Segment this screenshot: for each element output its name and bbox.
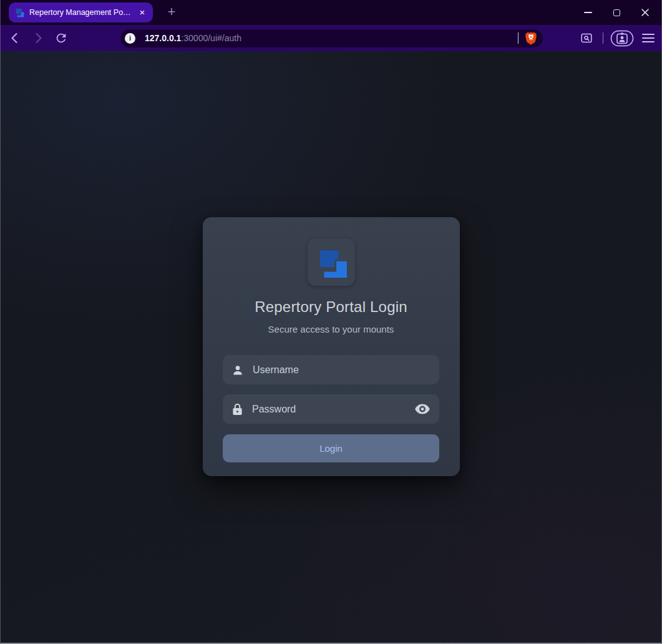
window-close-icon[interactable] bbox=[636, 3, 655, 22]
login-card: Repertory Portal Login Secure access to … bbox=[203, 217, 460, 476]
login-form: Login bbox=[223, 355, 439, 462]
menu-icon[interactable] bbox=[638, 28, 658, 48]
password-input[interactable] bbox=[252, 404, 406, 415]
tab-title: Repertory Management Portal bbox=[29, 8, 132, 17]
site-info-icon[interactable]: i bbox=[125, 33, 135, 44]
url-path: :30000/ui#/auth bbox=[181, 33, 241, 43]
window-maximize-icon[interactable] bbox=[607, 3, 626, 22]
toolbar-right-icons bbox=[577, 25, 658, 51]
window-minimize-icon[interactable] bbox=[578, 3, 597, 22]
tab-favicon-repertory-logo-icon bbox=[14, 7, 24, 17]
browser-tab-active[interactable]: Repertory Management Portal × bbox=[9, 2, 153, 22]
forward-icon[interactable] bbox=[29, 29, 47, 47]
toolbar-separator bbox=[603, 32, 603, 44]
username-input[interactable] bbox=[253, 364, 431, 376]
page-title: Repertory Portal Login bbox=[255, 298, 407, 316]
lock-icon bbox=[231, 402, 243, 416]
page-content: Repertory Portal Login Secure access to … bbox=[0, 51, 662, 644]
window-controls bbox=[578, 3, 655, 22]
url-host: 127.0.0.1 bbox=[145, 33, 181, 43]
repertory-logo-icon bbox=[308, 238, 355, 286]
username-field[interactable] bbox=[223, 355, 439, 384]
urlbar-separator bbox=[518, 32, 518, 44]
profile-icon[interactable] bbox=[610, 28, 635, 48]
tab-close-icon[interactable]: × bbox=[137, 7, 147, 17]
sidebar-search-icon[interactable] bbox=[577, 28, 596, 48]
password-field[interactable] bbox=[223, 394, 439, 424]
person-icon bbox=[231, 364, 244, 376]
toggle-password-visibility-icon[interactable] bbox=[414, 404, 431, 414]
nav-buttons bbox=[6, 29, 71, 47]
new-tab-button[interactable]: + bbox=[163, 4, 180, 21]
url-text[interactable]: 127.0.0.1:30000/ui#/auth bbox=[145, 33, 241, 43]
browser-toolbar: i 127.0.0.1:30000/ui#/auth bbox=[0, 25, 662, 51]
page-subtitle: Secure access to your mounts bbox=[268, 324, 394, 334]
back-icon[interactable] bbox=[6, 29, 24, 47]
browser-titlebar: Repertory Management Portal × + bbox=[0, 0, 662, 25]
login-button[interactable]: Login bbox=[223, 434, 439, 462]
address-bar[interactable]: i 127.0.0.1:30000/ui#/auth bbox=[120, 29, 543, 47]
reload-icon[interactable] bbox=[52, 29, 71, 47]
brave-shield-icon[interactable] bbox=[525, 32, 537, 45]
